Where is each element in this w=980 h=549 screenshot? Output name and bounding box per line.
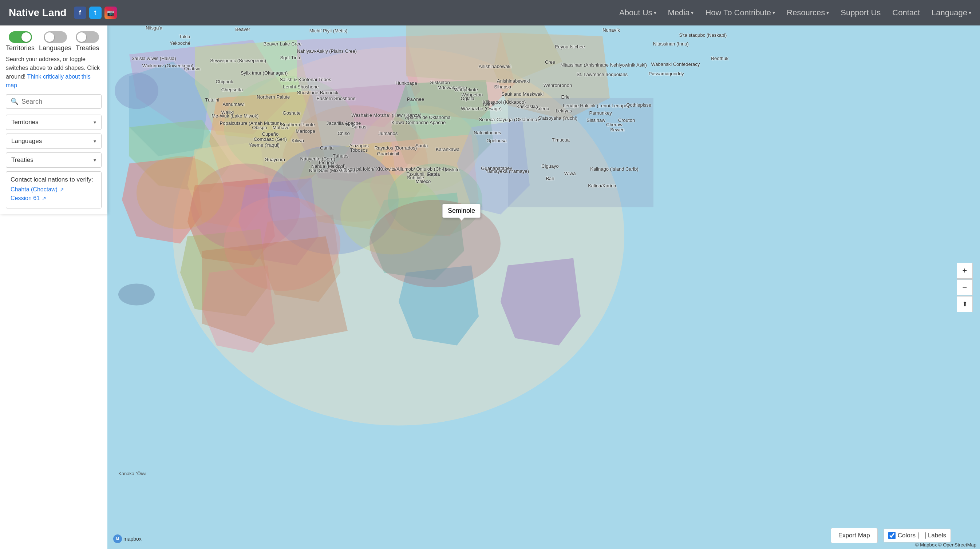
labels-checkbox-label[interactable]: Labels bbox=[918, 532, 946, 539]
svg-text:M: M bbox=[116, 537, 119, 541]
treaties-dropdown[interactable]: Treaties ▾ bbox=[6, 152, 102, 168]
svg-rect-36 bbox=[508, 98, 654, 207]
territories-dropdown[interactable]: Territories ▾ bbox=[6, 114, 102, 130]
languages-dropdown[interactable]: Languages ▾ bbox=[6, 133, 102, 149]
mapbox-icon: M bbox=[113, 535, 122, 543]
kanaka-label: Kanaka ʻŌiwi bbox=[118, 471, 146, 476]
twitter-icon[interactable]: t bbox=[89, 6, 102, 19]
chevron-down-icon: ▾ bbox=[826, 10, 829, 16]
nav-media[interactable]: Media ▾ bbox=[668, 8, 694, 17]
bottom-bar: Export Map Colors Labels bbox=[831, 528, 951, 543]
svg-point-37 bbox=[369, 200, 501, 287]
site-title: Native Land bbox=[9, 7, 67, 19]
contact-link-choctaw[interactable]: Chahta (Choctaw) ↗ bbox=[11, 186, 97, 193]
map-area[interactable]: Niisga'aTaklaBeaverMichif Piyii (Métis)N… bbox=[107, 25, 980, 549]
contact-section: Contact local nations to verify: Chahta … bbox=[6, 171, 102, 208]
search-icon: 🔍 bbox=[11, 97, 19, 106]
nav-about-us[interactable]: About Us ▾ bbox=[619, 8, 656, 17]
svg-marker-38 bbox=[202, 236, 348, 346]
map-svg bbox=[107, 25, 980, 549]
colors-checkbox-label[interactable]: Colors bbox=[888, 532, 916, 539]
colors-checkbox[interactable] bbox=[888, 532, 896, 539]
search-input[interactable] bbox=[21, 98, 97, 106]
nav-language[interactable]: Language ▾ bbox=[932, 8, 971, 17]
search-box: 🔍 bbox=[6, 94, 102, 109]
nav-how-to-contribute[interactable]: How To Contribute ▾ bbox=[705, 8, 775, 17]
chevron-down-icon: ▾ bbox=[969, 10, 971, 16]
svg-point-34 bbox=[115, 73, 158, 109]
nav-support-us[interactable]: Support Us bbox=[841, 8, 881, 17]
external-link-icon: ↗ bbox=[42, 195, 46, 201]
nav-resources[interactable]: Resources ▾ bbox=[787, 8, 829, 17]
zoom-controls: + − ⬆ bbox=[957, 263, 973, 312]
facebook-icon[interactable]: f bbox=[74, 6, 86, 19]
social-links: f t 📷 bbox=[74, 6, 117, 19]
contact-title: Contact local nations to verify: bbox=[11, 176, 97, 183]
chevron-down-icon: ▾ bbox=[773, 10, 775, 16]
labels-checkbox[interactable] bbox=[918, 532, 926, 539]
territories-toggle[interactable] bbox=[9, 31, 32, 43]
compass-button[interactable]: ⬆ bbox=[957, 296, 973, 312]
treaties-label: Treaties bbox=[76, 44, 99, 52]
chevron-down-icon: ▾ bbox=[94, 138, 96, 144]
languages-toggle[interactable] bbox=[44, 31, 67, 43]
mapbox-text: mapbox bbox=[123, 536, 142, 542]
languages-label: Languages bbox=[39, 44, 72, 52]
external-link-icon: ↗ bbox=[60, 187, 64, 192]
chevron-down-icon: ▾ bbox=[94, 157, 96, 163]
instagram-icon[interactable]: 📷 bbox=[105, 6, 117, 19]
zoom-out-button[interactable]: − bbox=[957, 279, 973, 295]
zoom-in-button[interactable]: + bbox=[957, 263, 973, 279]
sidebar: Territories Languages Treaties Search yo… bbox=[0, 25, 107, 214]
main-nav: About Us ▾ Media ▾ How To Contribute ▾ R… bbox=[619, 8, 971, 17]
languages-toggle-group: Languages bbox=[39, 31, 72, 52]
territories-label: Territories bbox=[6, 44, 35, 52]
treaties-toggle[interactable] bbox=[76, 31, 99, 43]
treaties-toggle-group: Treaties bbox=[76, 31, 99, 52]
map-options: Colors Labels bbox=[883, 528, 951, 543]
contact-link-cession[interactable]: Cession 61 ↗ bbox=[11, 195, 97, 202]
chevron-down-icon: ▾ bbox=[654, 10, 656, 16]
export-map-button[interactable]: Export Map bbox=[831, 528, 878, 543]
svg-point-35 bbox=[118, 284, 155, 306]
mapbox-logo: M mapbox bbox=[113, 535, 142, 543]
navbar: Native Land f t 📷 About Us ▾ Media ▾ How… bbox=[0, 0, 980, 25]
nav-contact[interactable]: Contact bbox=[892, 8, 920, 17]
toggles-row: Territories Languages Treaties bbox=[6, 31, 102, 52]
mapbox-credit: M mapbox bbox=[113, 535, 142, 543]
sidebar-description: Search your address, or toggle switches … bbox=[6, 55, 102, 90]
svg-point-30 bbox=[137, 156, 224, 229]
territories-toggle-group: Territories bbox=[6, 31, 35, 52]
chevron-down-icon: ▾ bbox=[94, 119, 96, 125]
osm-credit: © Mapbox © OpenStreetMap bbox=[915, 542, 976, 547]
chevron-down-icon: ▾ bbox=[691, 10, 694, 16]
